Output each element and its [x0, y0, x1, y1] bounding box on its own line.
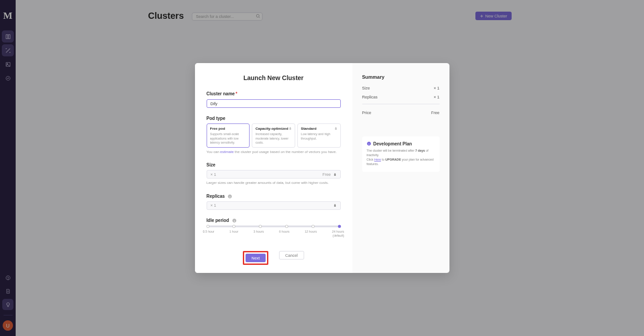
svg-text:i: i — [234, 219, 235, 222]
size-right: Free — [322, 172, 337, 177]
cluster-name-section: Cluster name* — [207, 91, 341, 108]
pod-standard-desc: Low latency and high throughput. — [301, 132, 337, 140]
modal-form: Launch New Cluster Cluster name* Pod typ… — [195, 63, 352, 273]
plan-title: Development Plan — [373, 141, 412, 146]
pod-card-capacity[interactable]: Capacity-optimized Increased capacity, m… — [252, 123, 295, 147]
summary-divider — [362, 104, 440, 104]
summary-replicas-row: Replicas × 1 — [362, 95, 440, 99]
idle-slider-labels: 0.5 hour 1 hour 3 hours 6 hours 12 hours… — [203, 230, 344, 238]
pod-hint: You can estimate the cluster pod usage b… — [207, 150, 341, 154]
cancel-button[interactable]: Cancel — [279, 251, 304, 259]
pod-type-section: Pod type Free pod Supports small-scale a… — [207, 116, 341, 154]
pod-free-title: Free pod — [210, 127, 246, 131]
svg-text:i: i — [369, 142, 369, 145]
idle-section: Idle period i 0.5 hour 1 hour 3 ho — [207, 218, 341, 238]
pod-capacity-title: Capacity-optimized — [255, 127, 292, 131]
idle-label: Idle period i — [207, 218, 341, 223]
info-badge-icon: i — [367, 141, 371, 146]
lock-icon — [334, 127, 338, 130]
modal: Launch New Cluster Cluster name* Pod typ… — [195, 63, 449, 273]
replicas-lock — [333, 204, 337, 207]
modal-title: Launch New Cluster — [207, 74, 341, 81]
size-badge: Free — [322, 172, 331, 177]
replicas-label: Replicas i — [207, 194, 341, 199]
pod-capacity-desc: Increased capacity, moderate latency, lo… — [255, 132, 292, 144]
plan-desc: The cluster will be terminated after 7 d… — [367, 149, 435, 167]
pod-card-free[interactable]: Free pod Supports small-scale applicatio… — [207, 123, 250, 147]
summary-price-row: Price Free — [362, 111, 440, 115]
replicas-section: Replicas i × 1 — [207, 194, 341, 210]
plan-here-link[interactable]: Here — [374, 158, 381, 161]
next-button[interactable]: Next — [246, 254, 266, 262]
required-asterisk: * — [236, 91, 237, 96]
pod-standard-title: Standard — [301, 127, 337, 131]
next-highlight: Next — [243, 251, 268, 265]
pod-free-desc: Supports small-scale applications with l… — [210, 132, 246, 144]
info-icon: i — [232, 218, 237, 223]
pod-card-standard[interactable]: Standard Low latency and high throughput… — [297, 123, 341, 147]
plan-box: i Development Plan The cluster will be t… — [362, 136, 440, 172]
idle-slider[interactable] — [208, 225, 339, 227]
lock-icon — [288, 127, 292, 130]
size-section: Size × 1 Free Larger sizes can handle gr… — [207, 162, 341, 185]
pod-type-options: Free pod Supports small-scale applicatio… — [207, 123, 341, 147]
cluster-name-label: Cluster name* — [207, 91, 341, 96]
svg-text:i: i — [230, 195, 231, 198]
plan-header: i Development Plan — [367, 141, 435, 146]
info-icon: i — [228, 194, 232, 199]
estimate-link[interactable]: estimate — [220, 150, 233, 154]
replicas-value: × 1 — [211, 203, 216, 208]
size-input: × 1 Free — [207, 170, 341, 179]
size-value: × 1 — [211, 172, 216, 177]
modal-summary: Summary Size × 1 Replicas × 1 Price Free… — [352, 63, 449, 273]
summary-size-row: Size × 1 — [362, 86, 440, 90]
replicas-input: × 1 — [207, 201, 341, 210]
cluster-name-input[interactable] — [207, 99, 341, 108]
pod-type-label: Pod type — [207, 116, 341, 121]
modal-overlay: Launch New Cluster Cluster name* Pod typ… — [0, 0, 644, 336]
size-hint: Larger sizes can handle greater amounts … — [207, 181, 341, 185]
lock-icon — [333, 173, 337, 176]
lock-icon — [333, 204, 337, 207]
summary-title: Summary — [362, 74, 440, 80]
size-label: Size — [207, 162, 341, 167]
modal-actions: Next Cancel — [207, 251, 341, 265]
